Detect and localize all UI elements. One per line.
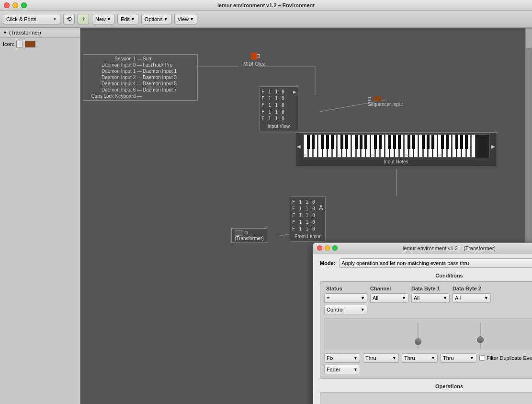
operations-dropdowns: Fix ▼ Thru ▼ Thru ▼ Thru <box>324 353 532 363</box>
filter-duplicate-row: Filter Duplicate Events <box>479 355 532 361</box>
fl-row: F110 <box>292 219 315 226</box>
data2-header: Data Byte 2 <box>453 286 491 291</box>
thru1-value: Thru <box>365 355 376 361</box>
transformer-dialog: lemur environment v1.2 – (Transformer) M… <box>313 242 532 404</box>
iv-row: F110 <box>261 102 296 109</box>
piano-container[interactable]: ◀ .wk { position:absolute; bottom:0; bac… <box>295 132 497 166</box>
edit-label: Edit <box>121 16 130 22</box>
fl-row: F110 <box>292 199 315 206</box>
fix-value: Fix <box>327 355 334 361</box>
iv-row: F110 <box>261 95 296 102</box>
fader-value: Fader <box>327 367 340 372</box>
operations-title: Operations <box>320 383 532 389</box>
close-button[interactable] <box>4 2 10 8</box>
thru1-select[interactable]: Thru ▼ <box>363 353 399 363</box>
dialog-window-controls <box>317 245 338 251</box>
piano-keyboard: .wk { position:absolute; bottom:0; backg… <box>303 134 490 158</box>
data1-all-select[interactable]: All ▼ <box>411 293 450 303</box>
control-arrow: ▼ <box>361 307 365 312</box>
sequencer-input-node[interactable]: Sequencer Input <box>368 96 403 107</box>
thru3-value: Thru <box>443 355 454 361</box>
input-view-panel: F110 ▶ F110 F110 F110 F110 Input View <box>259 86 298 131</box>
new-arrow-icon: ▼ <box>107 17 111 22</box>
iv-row: F110 <box>261 115 296 122</box>
slider-data1[interactable] <box>449 320 511 349</box>
status-eq-arrow: ▼ <box>361 296 365 300</box>
maximize-button[interactable] <box>21 2 27 8</box>
data2-all-select[interactable]: All ▼ <box>453 293 491 303</box>
transformer-label: (Transformer) <box>235 236 264 241</box>
dialog-maximize-button[interactable] <box>332 245 338 251</box>
back-icon-button[interactable]: ⟲ <box>63 14 75 24</box>
data1-all-arrow: ▼ <box>443 296 447 300</box>
slider-thumb[interactable] <box>415 338 421 345</box>
channel-header: Channel <box>370 286 408 291</box>
list-item: Caps Lock Keyboard — <box>83 93 197 99</box>
channel-all-select[interactable]: All ▼ <box>370 293 408 303</box>
options-arrow-icon: ▼ <box>164 17 168 22</box>
window-title: lemur environment v1.2 – Environment <box>217 2 315 8</box>
new-menu-button[interactable]: New ▼ <box>92 14 114 24</box>
options-menu-button[interactable]: Options ▼ <box>141 14 171 24</box>
dialog-minimize-button[interactable] <box>325 245 330 251</box>
view-menu-button[interactable]: View ▼ <box>174 14 198 24</box>
fader-select[interactable]: Fader ▼ <box>324 365 360 374</box>
mode-row: Mode: Apply operation and let non-matchi… <box>320 258 532 268</box>
slider-thumb[interactable] <box>477 336 484 343</box>
forward-icon-button[interactable]: + <box>78 14 89 24</box>
fl-row: F110 <box>292 212 315 219</box>
slider-status[interactable] <box>325 320 387 349</box>
mode-value: Apply operation and let non-matching eve… <box>341 260 469 266</box>
midi-click-node[interactable]: MIDI Click <box>243 53 265 67</box>
fl-row: F110 <box>292 226 315 232</box>
icon-text-label: Icon: <box>3 41 14 47</box>
piano-port-left: ◀ <box>297 144 301 149</box>
transformer-small-node[interactable]: (Transformer) <box>231 228 267 243</box>
collapse-arrow-icon: ▼ <box>3 30 7 35</box>
chevron-down-icon: ▼ <box>53 17 57 22</box>
view-arrow-icon: ▼ <box>190 17 194 22</box>
click-ports-dropdown[interactable]: Click & Ports ▼ <box>3 14 60 24</box>
dialog-title-bar: lemur environment v1.2 – (Transformer) <box>313 243 532 254</box>
conditions-title: Conditions <box>320 273 532 278</box>
thru2-select[interactable]: Thru ▼ <box>402 353 438 363</box>
list-item: Daemon Input 1 — Daemon Input 1 <box>83 68 197 74</box>
input-view-label: Input View <box>261 124 296 129</box>
window-controls <box>0 2 27 8</box>
list-item: Daemon Input 0 — FastTrack Pro <box>83 62 197 68</box>
channel-all-arrow: ▼ <box>402 296 406 300</box>
operations-box <box>320 392 532 404</box>
iv-row: F110 <box>261 109 296 115</box>
fix-select[interactable]: Fix ▼ <box>324 353 360 363</box>
mode-label: Mode: <box>320 260 335 266</box>
slider-area <box>324 318 532 349</box>
options-label: Options <box>145 16 163 22</box>
slider-data2[interactable] <box>511 320 532 349</box>
data1-header: Data Byte 1 <box>411 286 450 291</box>
slider-channel[interactable] <box>387 320 449 349</box>
list-item: Session 1 — Sum <box>83 56 197 62</box>
operations-section: Operations <box>320 383 532 404</box>
canvas-area[interactable]: Session 1 — Sum Daemon Input 0 — FastTra… <box>80 28 532 404</box>
thru3-arrow: ▼ <box>470 356 474 360</box>
minimize-button[interactable] <box>12 2 18 8</box>
slider-track-line <box>480 323 481 349</box>
data2-all-arrow: ▼ <box>484 296 488 300</box>
title-bar: lemur environment v1.2 – Environment <box>0 0 532 11</box>
mode-select[interactable]: Apply operation and let non-matching eve… <box>339 258 532 268</box>
thru3-select[interactable]: Thru ▼ <box>441 353 476 363</box>
icon-box-white[interactable] <box>16 41 23 47</box>
port-in-icon <box>368 97 371 101</box>
filter-duplicate-checkbox[interactable] <box>479 355 485 361</box>
edit-menu-button[interactable]: Edit ▼ <box>117 14 138 24</box>
scrollbar-thumb[interactable] <box>526 29 532 48</box>
control-select[interactable]: Control ▼ <box>324 305 367 314</box>
icon-box-orange[interactable] <box>25 41 35 47</box>
dropdown-label: Click & Ports <box>6 16 36 22</box>
dialog-close-button[interactable] <box>317 245 322 251</box>
status-eq-select[interactable]: = ▼ <box>324 293 367 303</box>
filter-label: Filter Duplicate Events <box>487 355 532 361</box>
main-area: ▼ (Transformer) Icon: <box>0 28 532 404</box>
input-notes-label: Input Notes <box>297 159 495 164</box>
sequencer-label: Sequencer Input <box>368 102 403 107</box>
